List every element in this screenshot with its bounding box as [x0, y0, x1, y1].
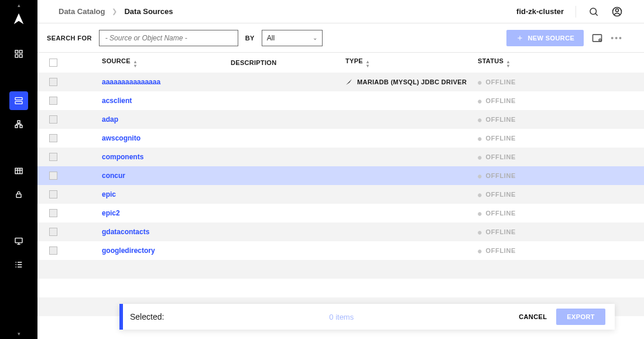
row-status: OFFLINE [478, 78, 583, 85]
source-link[interactable]: aaaaaaaaaaaaaaa [102, 78, 160, 86]
row-status: OFFLINE [478, 116, 583, 123]
row-checkbox[interactable] [49, 172, 57, 180]
col-description[interactable]: DESCRIPTION [231, 59, 345, 66]
svg-rect-2 [15, 54, 18, 57]
chevron-down-icon: ⌄ [313, 35, 317, 41]
row-checkbox[interactable] [49, 134, 57, 142]
row-status: OFFLINE [478, 135, 583, 142]
row-checkbox[interactable] [49, 115, 57, 124]
sidebar-scroll-down[interactable]: ▾ [18, 331, 20, 337]
table-row[interactable]: gdatacontactsOFFLINE [37, 222, 644, 241]
table-row[interactable]: aaaaaaaaaaaaaaaMARIADB (MYSQL) JDBC DRIV… [37, 73, 644, 91]
svg-point-12 [590, 8, 597, 15]
selection-bar: Selected: 0 items CANCEL EXPORT [119, 304, 615, 330]
table-header: SOURCE▴▾ DESCRIPTION TYPE▴▾ STATUS▴▾ [37, 53, 644, 73]
svg-point-16 [599, 39, 601, 41]
sort-icon: ▴▾ [134, 60, 136, 68]
export-button[interactable]: EXPORT [556, 309, 605, 325]
row-checkbox[interactable] [49, 190, 57, 198]
selected-count: 0 items [164, 313, 519, 321]
svg-rect-5 [15, 101, 22, 104]
row-type: MARIADB (MYSQL) JDBC DRIVER [345, 78, 478, 85]
svg-rect-4 [15, 98, 22, 100]
sort-icon: ▴▾ [507, 60, 509, 68]
cancel-button[interactable]: CANCEL [519, 313, 547, 320]
row-checkbox[interactable] [49, 209, 57, 217]
select-all-checkbox[interactable] [49, 59, 57, 67]
accent-stripe [119, 304, 123, 330]
row-status: OFFLINE [478, 172, 583, 179]
sidebar: ▴ ▾ [0, 0, 37, 339]
search-icon[interactable] [588, 6, 600, 18]
table-row[interactable]: adapOFFLINE [37, 110, 644, 129]
source-link[interactable]: epic2 [102, 209, 120, 217]
table-row[interactable]: acsclientOFFLINE [37, 91, 644, 110]
search-for-label: SEARCH FOR [47, 35, 92, 42]
sidebar-scroll-up[interactable]: ▴ [18, 2, 20, 8]
table-row[interactable]: googledirectoryOFFLINE [37, 241, 644, 260]
nav-table[interactable] [9, 162, 28, 180]
table-row[interactable]: concurOFFLINE [37, 166, 644, 185]
svg-rect-3 [19, 54, 22, 57]
row-checkbox[interactable] [49, 246, 57, 255]
row-status: OFFLINE [478, 191, 583, 198]
col-source[interactable]: SOURCE▴▾ [102, 57, 231, 68]
data-table: SOURCE▴▾ DESCRIPTION TYPE▴▾ STATUS▴▾ aaa… [37, 53, 644, 339]
cluster-name[interactable]: fid-zk-cluster [516, 7, 564, 16]
new-source-label: NEW SOURCE [528, 35, 575, 42]
chevron-right-icon: ❯ [112, 8, 117, 15]
svg-rect-8 [20, 125, 22, 128]
nav-monitor[interactable] [9, 232, 28, 251]
table-row[interactable]: componentsOFFLINE [37, 148, 644, 166]
source-link[interactable]: concur [102, 172, 125, 180]
more-menu[interactable]: ••• [611, 33, 623, 43]
col-status[interactable]: STATUS▴▾ [478, 57, 583, 68]
svg-rect-1 [19, 50, 22, 53]
svg-rect-9 [15, 168, 22, 173]
user-icon[interactable] [611, 6, 623, 18]
row-checkbox[interactable] [49, 78, 57, 86]
row-status: OFFLINE [478, 210, 583, 217]
search-input[interactable] [99, 30, 238, 46]
table-row[interactable]: epic2OFFLINE [37, 204, 644, 222]
topbar: Data Catalog ❯ Data Sources fid-zk-clust… [37, 0, 644, 23]
sort-icon: ▴▾ [366, 60, 369, 68]
nav-security[interactable] [9, 185, 28, 204]
table-row[interactable]: awscognitoOFFLINE [37, 129, 644, 148]
separator [576, 6, 576, 18]
by-label: BY [245, 35, 255, 42]
row-status: OFFLINE [478, 97, 583, 104]
source-link[interactable]: components [102, 153, 143, 161]
source-link[interactable]: gdatacontacts [102, 228, 149, 236]
svg-rect-0 [15, 50, 18, 53]
nav-data-sources[interactable] [9, 91, 28, 110]
by-select[interactable]: All ⌄ [262, 30, 323, 46]
svg-point-14 [616, 9, 619, 12]
source-link[interactable]: awscognito [102, 134, 141, 142]
filter-bar: SEARCH FOR BY All ⌄ ＋ NEW SOURCE ••• [37, 23, 644, 53]
source-link[interactable]: acsclient [102, 97, 132, 105]
svg-rect-10 [16, 194, 21, 197]
source-link[interactable]: adap [102, 115, 118, 124]
table-row[interactable]: epicOFFLINE [37, 185, 644, 204]
plus-icon: ＋ [516, 33, 524, 43]
svg-rect-11 [15, 238, 22, 243]
nav-hierarchy[interactable] [9, 115, 28, 133]
nav-list[interactable] [9, 255, 28, 274]
breadcrumb-parent[interactable]: Data Catalog [59, 7, 105, 16]
col-type[interactable]: TYPE▴▾ [345, 57, 478, 68]
row-checkbox[interactable] [49, 97, 57, 105]
svg-rect-6 [18, 121, 20, 123]
layout-icon[interactable] [591, 32, 604, 44]
source-link[interactable]: epic [102, 190, 116, 198]
nav-dashboard[interactable] [9, 44, 28, 63]
new-source-button[interactable]: ＋ NEW SOURCE [506, 30, 584, 46]
row-checkbox[interactable] [49, 228, 57, 236]
breadcrumb: Data Catalog ❯ Data Sources [59, 7, 173, 16]
row-checkbox[interactable] [49, 153, 57, 161]
empty-row [37, 279, 644, 297]
row-status: OFFLINE [478, 228, 583, 235]
row-status: OFFLINE [478, 153, 583, 160]
source-link[interactable]: googledirectory [102, 246, 155, 255]
by-select-value: All [267, 34, 275, 42]
